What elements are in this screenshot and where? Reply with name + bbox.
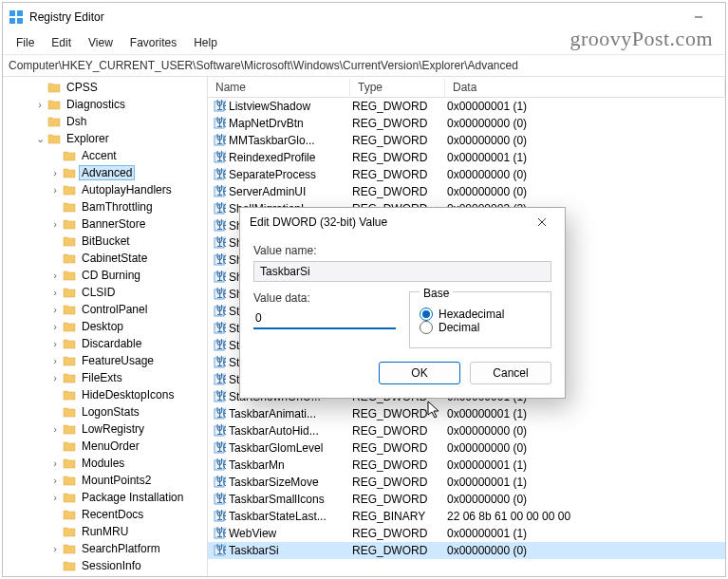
- folder-icon: [62, 200, 77, 214]
- list-row[interactable]: 01101001TaskbarAutoHid...REG_DWORD0x0000…: [208, 422, 725, 439]
- menu-edit[interactable]: Edit: [44, 33, 79, 52]
- binary-value-icon: 01101001: [212, 355, 227, 370]
- binary-value-icon: 01101001: [212, 526, 227, 541]
- address-bar[interactable]: Computer\HKEY_CURRENT_USER\Software\Micr…: [3, 55, 725, 77]
- tree-item[interactable]: ›Modules: [3, 455, 207, 472]
- svg-text:1001: 1001: [216, 202, 226, 215]
- tree-item[interactable]: ›CD Burning: [3, 267, 207, 284]
- list-row[interactable]: 01101001WebViewREG_DWORD0x00000001 (1): [208, 525, 725, 542]
- chevron-right-icon[interactable]: ›: [48, 270, 62, 281]
- menu-help[interactable]: Help: [186, 33, 225, 52]
- cell-type: REG_DWORD: [352, 134, 447, 147]
- chevron-right-icon[interactable]: ›: [33, 99, 47, 110]
- tree-item[interactable]: ›Package Installation: [3, 489, 207, 506]
- tree-item[interactable]: Accent: [3, 147, 207, 164]
- chevron-right-icon[interactable]: ›: [48, 287, 62, 298]
- chevron-right-icon[interactable]: ›: [48, 423, 62, 435]
- cell-name: SeparateProcess: [229, 168, 352, 181]
- folder-icon: [62, 183, 77, 196]
- cell-type: REG_DWORD: [352, 185, 447, 198]
- tree-item[interactable]: MenuOrder: [3, 438, 207, 455]
- radio-icon: [420, 321, 433, 334]
- tree-item[interactable]: ›Desktop: [3, 318, 207, 335]
- tree-item[interactable]: ›LowRegistry: [3, 420, 207, 438]
- tree-item[interactable]: CabinetState: [3, 250, 207, 267]
- chevron-right-icon[interactable]: ›: [48, 492, 62, 503]
- list-row[interactable]: 01101001SeparateProcessREG_DWORD0x000000…: [208, 166, 725, 183]
- tree-pane[interactable]: CPSS›DiagnosticsDsh⌄ExplorerAccent›Advan…: [3, 77, 208, 576]
- folder-icon: [62, 508, 77, 521]
- tree-item[interactable]: ›Discardable: [3, 335, 207, 352]
- list-row[interactable]: 01101001TaskbarSizeMoveREG_DWORD0x000000…: [208, 474, 725, 491]
- tree-item[interactable]: CPSS: [3, 79, 207, 96]
- radio-icon: [420, 308, 433, 321]
- chevron-right-icon[interactable]: ›: [48, 372, 62, 383]
- minimize-button[interactable]: [678, 4, 719, 30]
- tree-item[interactable]: BitBucket: [3, 233, 207, 250]
- cancel-button[interactable]: Cancel: [470, 362, 551, 384]
- tree-item[interactable]: ›SearchPlatform: [3, 540, 207, 557]
- tree-item-label: RunMRU: [79, 525, 131, 538]
- tree-item[interactable]: LogonStats: [3, 403, 207, 420]
- tree-item[interactable]: ›AutoplayHandlers: [3, 181, 207, 198]
- tree-item[interactable]: ›Advanced: [3, 164, 207, 181]
- svg-text:1001: 1001: [216, 236, 226, 250]
- folder-icon: [62, 320, 77, 333]
- chevron-right-icon[interactable]: ›: [48, 338, 62, 349]
- tree-item[interactable]: ›BannerStore: [3, 215, 207, 233]
- list-row[interactable]: 01101001ServerAdminUIREG_DWORD0x00000000…: [208, 183, 725, 200]
- col-name[interactable]: Name: [208, 79, 350, 96]
- value-data-input[interactable]: [253, 308, 396, 329]
- chevron-right-icon[interactable]: ›: [48, 184, 62, 196]
- list-row[interactable]: 01101001TaskbarMnREG_DWORD0x00000001 (1): [208, 457, 725, 474]
- tree-item[interactable]: SessionInfo: [3, 557, 207, 574]
- ok-button[interactable]: OK: [379, 362, 460, 384]
- radio-hexadecimal[interactable]: Hexadecimal: [420, 308, 541, 321]
- tree-item[interactable]: Dsh: [3, 113, 207, 130]
- list-row[interactable]: 01101001MMTaskbarGlo...REG_DWORD0x000000…: [208, 132, 725, 149]
- col-data[interactable]: Data: [445, 79, 725, 96]
- list-row[interactable]: 01101001TaskbarGlomLevelREG_DWORD0x00000…: [208, 439, 725, 457]
- tree-item[interactable]: ›FileExts: [3, 369, 207, 386]
- value-name-input[interactable]: [253, 261, 551, 282]
- tree-item[interactable]: HideDesktopIcons: [3, 386, 207, 403]
- menu-favorites[interactable]: Favorites: [122, 33, 184, 52]
- tree-item[interactable]: ›FeatureUsage: [3, 352, 207, 369]
- app-icon: [9, 9, 24, 25]
- chevron-down-icon[interactable]: ⌄: [33, 133, 47, 145]
- list-row[interactable]: 01101001TaskbarSmallIconsREG_DWORD0x0000…: [208, 491, 725, 508]
- cell-data: 22 06 8b 61 00 00 00 00: [447, 510, 725, 523]
- tree-item-label: HideDesktopIcons: [79, 388, 177, 402]
- chevron-right-icon[interactable]: ›: [48, 475, 62, 486]
- tree-item[interactable]: RunMRU: [3, 523, 207, 540]
- chevron-right-icon[interactable]: ›: [48, 321, 62, 332]
- col-type[interactable]: Type: [350, 79, 445, 96]
- cell-name: MMTaskbarGlo...: [229, 134, 352, 147]
- list-row[interactable]: 01101001ListviewShadowREG_DWORD0x0000000…: [208, 98, 725, 115]
- cell-name: TaskbarMn: [229, 458, 352, 472]
- radio-decimal[interactable]: Decimal: [420, 321, 541, 334]
- menu-file[interactable]: File: [9, 33, 42, 52]
- tree-item[interactable]: ›ControlPanel: [3, 301, 207, 318]
- chevron-right-icon[interactable]: ›: [48, 167, 62, 178]
- list-row[interactable]: 01101001TaskbarStateLast...REG_BINARY22 …: [208, 508, 725, 525]
- tree-item[interactable]: ›Diagnostics: [3, 96, 207, 113]
- list-row[interactable]: 01101001TaskbarSiREG_DWORD0x00000000 (0): [208, 542, 725, 559]
- tree-item[interactable]: BamThrottling: [3, 198, 207, 215]
- tree-item[interactable]: RecentDocs: [3, 506, 207, 523]
- chevron-right-icon[interactable]: ›: [48, 543, 62, 554]
- list-row[interactable]: 01101001TaskbarAnimati...REG_DWORD0x0000…: [208, 405, 725, 422]
- tree-item[interactable]: ⌄Explorer: [3, 130, 207, 147]
- chevron-right-icon[interactable]: ›: [48, 218, 62, 230]
- chevron-right-icon[interactable]: ›: [48, 355, 62, 366]
- tree-item[interactable]: ›MountPoints2: [3, 472, 207, 489]
- base-fieldset: Base Hexadecimal Decimal: [409, 291, 551, 348]
- menu-view[interactable]: View: [81, 33, 121, 52]
- folder-icon: [62, 149, 77, 162]
- chevron-right-icon[interactable]: ›: [48, 458, 62, 469]
- dialog-close-button[interactable]: [529, 209, 555, 235]
- list-row[interactable]: 01101001ReindexedProfileREG_DWORD0x00000…: [208, 149, 725, 166]
- tree-item[interactable]: ›CLSID: [3, 284, 207, 301]
- list-row[interactable]: 01101001MapNetDrvBtnREG_DWORD0x00000000 …: [208, 115, 725, 132]
- chevron-right-icon[interactable]: ›: [48, 304, 62, 315]
